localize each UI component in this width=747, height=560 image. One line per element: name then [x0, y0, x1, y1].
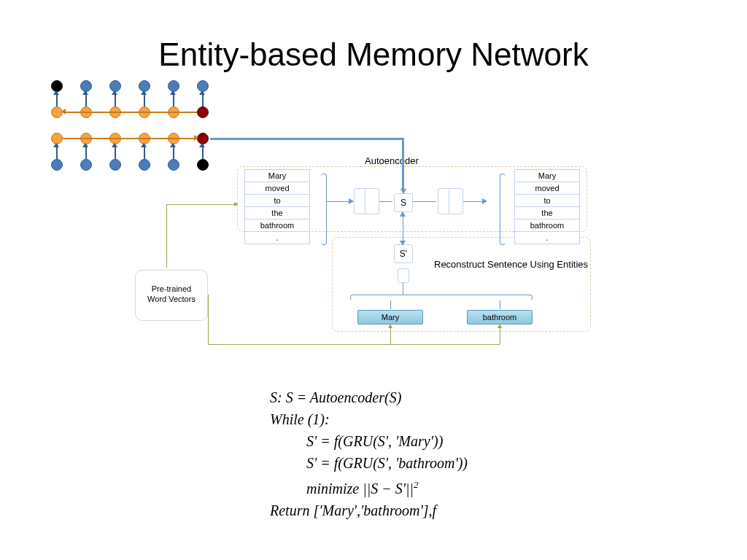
connector: [208, 344, 500, 345]
arrow-down-icon: [400, 189, 406, 194]
connector: [390, 327, 391, 344]
output-sentence-stack: Mary moved to the bathroom .: [514, 169, 580, 244]
arrow-up-icon: [498, 324, 502, 328]
connector: [390, 300, 391, 309]
word-box: to: [514, 194, 580, 207]
algo-line: S: S = Autoencoder(S): [270, 386, 468, 408]
word-box: bathroom: [514, 219, 580, 232]
connector: [327, 201, 350, 202]
decoder-block: [449, 188, 463, 214]
algo-line: S' = f(GRU(S', 'bathroom')): [270, 452, 468, 474]
word-box: the: [514, 206, 580, 219]
word-box: to: [244, 194, 310, 207]
word-box: moved: [514, 182, 580, 195]
algo-line: Return ['Mary','bathroom'],f: [270, 499, 468, 521]
input-node: [168, 159, 179, 171]
bracket-icon: [350, 295, 533, 300]
connector: [379, 201, 392, 202]
word-box: Mary: [514, 169, 580, 182]
bracket-icon: [500, 174, 506, 245]
connector: [166, 204, 167, 268]
connector: [463, 201, 484, 202]
pretrained-label: Word Vectors: [147, 295, 196, 303]
rnn-schematic: [51, 80, 241, 182]
slide-title: Entity-based Memory Network: [0, 36, 747, 73]
arrow-up-icon: [388, 324, 392, 328]
autoencoder-label: Autoencoder: [365, 155, 419, 166]
algo-line: S' = f(GRU(S', 'Mary')): [270, 430, 468, 452]
connector: [210, 138, 403, 140]
input-sentence-stack: Mary moved to the bathroom .: [244, 169, 310, 244]
input-node: [109, 159, 121, 171]
connector: [500, 327, 500, 344]
arrow-up-icon: [400, 211, 406, 217]
entity-box: bathroom: [467, 310, 533, 324]
algo-line: minimize ||S − S'||2: [270, 474, 468, 499]
word-box: bathroom: [244, 219, 310, 232]
s-box: S: [394, 193, 413, 212]
word-box: .: [514, 231, 580, 244]
input-node: [80, 159, 92, 171]
arrow-right-icon: [349, 198, 354, 204]
pretrained-label: Pre-trained: [152, 284, 191, 293]
arrow-down-icon: [400, 241, 406, 246]
algo-line: While (1):: [270, 408, 468, 430]
input-node: [139, 159, 150, 171]
hidden-node-end: [197, 106, 209, 118]
entity-box: Mary: [357, 310, 423, 324]
connector: [208, 295, 209, 344]
algorithm-text: S: S = Autoencoder(S) While (1): S' = f(…: [270, 386, 468, 521]
reconstruct-label: Reconstruct Sentence Using Entities: [434, 259, 588, 270]
input-node: [51, 159, 63, 171]
bracket-icon: [321, 174, 327, 245]
word-box: .: [244, 231, 310, 244]
encoder-block: [365, 188, 379, 214]
connector: [413, 201, 436, 202]
arrow-right-icon: [482, 198, 487, 204]
word-box: moved: [244, 182, 310, 195]
connector: [500, 300, 500, 309]
word-box: the: [244, 206, 310, 219]
pretrained-box: Pre-trained Word Vectors: [135, 270, 208, 321]
connector: [402, 138, 404, 190]
input-node: [197, 159, 209, 171]
gru-block: [398, 268, 409, 283]
sprime-box: S': [394, 244, 413, 263]
word-box: Mary: [244, 169, 310, 182]
connector: [403, 214, 403, 243]
connector: [166, 204, 236, 205]
connector: [403, 283, 403, 295]
arrow-right-icon: [234, 202, 239, 206]
